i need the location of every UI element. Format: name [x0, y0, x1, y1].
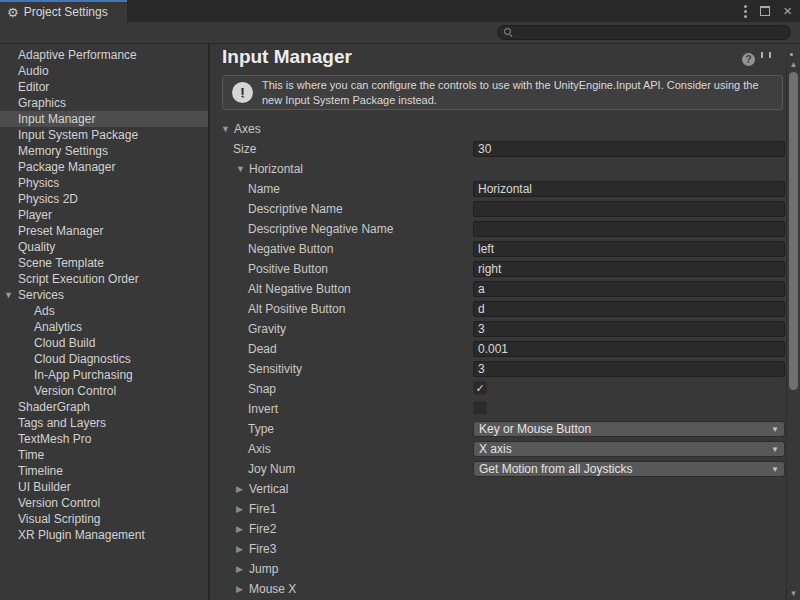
foldout-jump[interactable]: ▶Jump: [236, 559, 278, 579]
foldout-horizontal[interactable]: ▼Horizontal: [236, 159, 303, 179]
field-label: Alt Positive Button: [248, 299, 345, 319]
page-title: Input Manager: [222, 46, 352, 68]
name-field[interactable]: Horizontal: [473, 181, 785, 197]
foldout-fire2[interactable]: ▶Fire2: [236, 519, 276, 539]
sidebar-item-tags-and-layers[interactable]: Tags and Layers: [0, 415, 208, 431]
foldout-fire3[interactable]: ▶Fire3: [236, 539, 276, 559]
negative-button-field[interactable]: left: [473, 241, 785, 257]
descriptive-negative-name-field[interactable]: [473, 221, 785, 237]
foldout-closed-icon: ▶: [236, 539, 245, 559]
sidebar-item-label: Version Control: [34, 384, 116, 398]
descriptive-name-field[interactable]: [473, 201, 785, 217]
foldout-label: Mouse X: [249, 579, 296, 599]
window-menu-icon[interactable]: [744, 10, 747, 13]
scroll-up-icon[interactable]: ▲: [787, 60, 800, 69]
gear-icon: ⚙: [7, 6, 19, 19]
window-controls: ×: [744, 0, 792, 22]
sidebar-item-label: ShaderGraph: [18, 400, 90, 414]
type-dropdown[interactable]: Key or Mouse Button▼: [473, 421, 785, 437]
snap-checkbox[interactable]: ✓: [473, 381, 487, 395]
dropdown-value: Key or Mouse Button: [479, 422, 591, 436]
scroll-down-icon[interactable]: ▼: [787, 589, 800, 598]
sidebar-item-visual-scripting[interactable]: Visual Scripting: [0, 511, 208, 527]
field-label: Descriptive Name: [248, 199, 343, 219]
foldout-open-icon[interactable]: ▼: [4, 287, 13, 303]
dropdown-value: Get Motion from all Joysticks: [479, 462, 632, 476]
sidebar-item-label: In-App Purchasing: [34, 368, 133, 382]
invert-checkbox[interactable]: [473, 401, 487, 415]
sidebar-item-player[interactable]: Player: [0, 207, 208, 223]
tab-project-settings[interactable]: ⚙ Project Settings: [0, 0, 127, 22]
sidebar-item-package-manager[interactable]: Package Manager: [0, 159, 208, 175]
joy-num-dropdown[interactable]: Get Motion from all Joysticks▼: [473, 461, 785, 477]
field-label: Type: [248, 419, 274, 439]
form-row-positive-button: Positive Buttonright: [210, 259, 786, 279]
alt-negative-button-field[interactable]: a: [473, 281, 785, 297]
sidebar-item-ads[interactable]: Ads: [0, 303, 208, 319]
field-label: Snap: [248, 379, 276, 399]
field-label: Axis: [248, 439, 271, 459]
foldout-axes[interactable]: ▼Axes: [221, 119, 261, 139]
sidebar-item-textmesh-pro[interactable]: TextMesh Pro: [0, 431, 208, 447]
sidebar-item-input-manager[interactable]: Input Manager: [0, 111, 208, 127]
dropdown-value: X axis: [479, 442, 512, 456]
sidebar-item-adaptive-performance[interactable]: Adaptive Performance: [0, 47, 208, 63]
sidebar-item-memory-settings[interactable]: Memory Settings: [0, 143, 208, 159]
sidebar-item-quality[interactable]: Quality: [0, 239, 208, 255]
form-row-name: NameHorizontal: [210, 179, 786, 199]
sidebar-item-xr-plugin-management[interactable]: XR Plugin Management: [0, 527, 208, 543]
sidebar-item-label: Memory Settings: [18, 144, 108, 158]
sidebar-item-label: Time: [18, 448, 44, 462]
sidebar-item-physics[interactable]: Physics: [0, 175, 208, 191]
form-row-alt-negative-button: Alt Negative Buttona: [210, 279, 786, 299]
sidebar-item-in-app-purchasing[interactable]: In-App Purchasing: [0, 367, 208, 383]
sidebar-item-script-execution-order[interactable]: Script Execution Order: [0, 271, 208, 287]
size-field[interactable]: 30: [473, 141, 785, 157]
form-row-mouse-x: ▶Mouse X: [210, 579, 786, 599]
dead-field[interactable]: 0.001: [473, 341, 785, 357]
sidebar-item-shadergraph[interactable]: ShaderGraph: [0, 399, 208, 415]
sidebar-item-label: Package Manager: [18, 160, 115, 174]
gravity-field[interactable]: 3: [473, 321, 785, 337]
sidebar-item-analytics[interactable]: Analytics: [0, 319, 208, 335]
form-row-invert: Invert: [210, 399, 786, 419]
sidebar-item-scene-template[interactable]: Scene Template: [0, 255, 208, 271]
form-row-vertical: ▶Vertical: [210, 479, 786, 499]
sensitivity-field[interactable]: 3: [473, 361, 785, 377]
sidebar-item-version-control[interactable]: Version Control: [0, 383, 208, 399]
sidebar-item-editor[interactable]: Editor: [0, 79, 208, 95]
project-settings-window: ⚙ Project Settings × Adaptive Performanc…: [0, 0, 800, 600]
sidebar-item-timeline[interactable]: Timeline: [0, 463, 208, 479]
foldout-mouse-x[interactable]: ▶Mouse X: [236, 579, 296, 599]
sidebar-item-label: Version Control: [18, 496, 100, 510]
axis-dropdown[interactable]: X axis▼: [473, 441, 785, 457]
vertical-scrollbar[interactable]: ▲ ▼: [786, 58, 800, 600]
form-row-joy-num: Joy NumGet Motion from all Joysticks▼: [210, 459, 786, 479]
sidebar-item-cloud-diagnostics[interactable]: Cloud Diagnostics: [0, 351, 208, 367]
sidebar-item-label: Cloud Build: [34, 336, 95, 350]
sidebar-item-version-control[interactable]: Version Control: [0, 495, 208, 511]
sidebar-item-physics-2d[interactable]: Physics 2D: [0, 191, 208, 207]
sidebar-item-ui-builder[interactable]: UI Builder: [0, 479, 208, 495]
sidebar-item-time[interactable]: Time: [0, 447, 208, 463]
help-icon[interactable]: ?: [742, 53, 755, 66]
sidebar-item-audio[interactable]: Audio: [0, 63, 208, 79]
foldout-label: Axes: [234, 119, 261, 139]
sidebar-item-services[interactable]: ▼Services: [0, 287, 208, 303]
field-label: Gravity: [248, 319, 286, 339]
foldout-vertical[interactable]: ▶Vertical: [236, 479, 288, 499]
foldout-closed-icon: ▶: [236, 519, 245, 539]
close-icon[interactable]: ×: [783, 6, 792, 16]
sidebar-item-input-system-package[interactable]: Input System Package: [0, 127, 208, 143]
alt-positive-button-field[interactable]: d: [473, 301, 785, 317]
foldout-fire1[interactable]: ▶Fire1: [236, 499, 276, 519]
sidebar-item-cloud-build[interactable]: Cloud Build: [0, 335, 208, 351]
sidebar-item-preset-manager[interactable]: Preset Manager: [0, 223, 208, 239]
maximize-icon[interactable]: [760, 6, 770, 16]
sidebar-item-graphics[interactable]: Graphics: [0, 95, 208, 111]
field-label: Negative Button: [248, 239, 333, 259]
positive-button-field[interactable]: right: [473, 261, 785, 277]
presets-icon[interactable]: [766, 54, 779, 65]
search-input[interactable]: [497, 25, 791, 40]
scrollbar-thumb[interactable]: [789, 72, 798, 390]
